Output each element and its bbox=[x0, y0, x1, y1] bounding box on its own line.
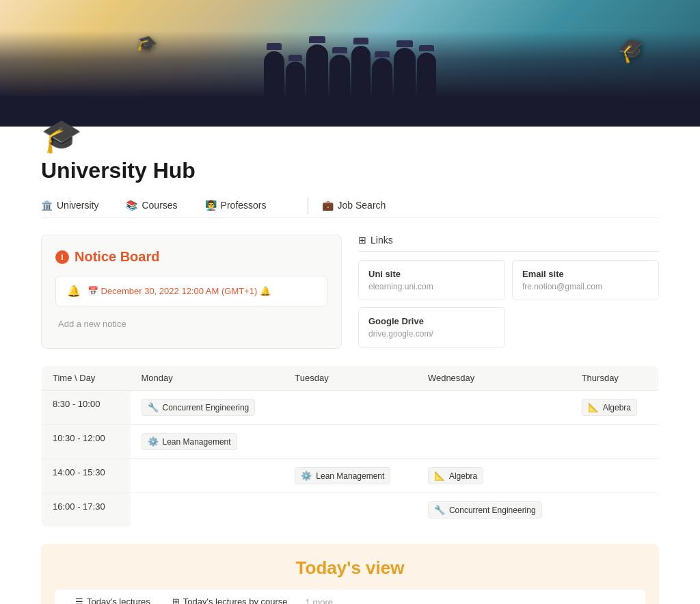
course-lean-mon[interactable]: ⚙️ Lean Management bbox=[142, 433, 237, 450]
university-icon: 🏛️ bbox=[41, 200, 53, 211]
nav-tabs: 🏛️ University 📚 Courses 👨‍🏫 Professors 💼… bbox=[41, 194, 659, 218]
tab-job-search[interactable]: 💼 Job Search bbox=[322, 194, 400, 218]
schedule-header-wednesday: Wednesday bbox=[417, 366, 571, 391]
course-concurrent-wed[interactable]: 🔧 Concurrent Engineering bbox=[428, 501, 542, 518]
links-grid: Uni site elearning.uni.com Email site fr… bbox=[358, 260, 659, 347]
link-card-email-site[interactable]: Email site fre.notion@gmail.com bbox=[512, 260, 659, 300]
nav-divider bbox=[308, 198, 308, 214]
monday-1600 bbox=[131, 493, 284, 527]
notice-add-placeholder[interactable]: Add a new notice bbox=[55, 313, 327, 334]
algebra-icon-wed: 📐 bbox=[434, 471, 445, 481]
schedule-row-3: 14:00 - 15:30 ⚙️ Lean Management 📐 Algeb… bbox=[42, 459, 659, 493]
lectures-list-icon: ☰ bbox=[75, 596, 83, 604]
schedule-header-tuesday: Tuesday bbox=[284, 366, 417, 391]
tab-more[interactable]: 1 more... bbox=[300, 590, 346, 604]
tab-courses[interactable]: 📚 Courses bbox=[126, 194, 191, 218]
links-grid-icon: ⊞ bbox=[358, 235, 366, 246]
tuesday-1600 bbox=[284, 493, 417, 527]
tuesday-1030 bbox=[284, 425, 417, 459]
wednesday-1600: 🔧 Concurrent Engineering bbox=[417, 493, 571, 527]
tuesday-1400: ⚙️ Lean Management bbox=[284, 459, 417, 493]
tab-todays-lectures[interactable]: ☰ Today's lectures bbox=[66, 590, 160, 604]
page-title: University Hub bbox=[41, 158, 659, 183]
course-lean-tue[interactable]: ⚙️ Lean Management bbox=[295, 467, 390, 484]
links-section: ⊞ Links Uni site elearning.uni.com Email… bbox=[358, 235, 659, 349]
course-algebra-thu[interactable]: 📐 Algebra bbox=[582, 399, 637, 416]
wednesday-830 bbox=[417, 391, 571, 425]
links-section-title: ⊞ Links bbox=[358, 235, 659, 252]
time-1400: 14:00 - 15:30 bbox=[42, 459, 131, 493]
monday-1400 bbox=[131, 459, 284, 493]
thursday-1030 bbox=[571, 425, 659, 459]
today-view-section: Today's view ☰ Today's lectures ⊞ Today'… bbox=[41, 544, 659, 604]
monday-830: 🔧 Concurrent Engineering bbox=[131, 391, 284, 425]
time-1030: 10:30 - 12:00 bbox=[42, 425, 131, 459]
professors-icon: 👨‍🏫 bbox=[205, 200, 217, 211]
thursday-830: 📐 Algebra bbox=[571, 391, 659, 425]
wednesday-1400: 📐 Algebra bbox=[417, 459, 571, 493]
algebra-icon-thu: 📐 bbox=[588, 402, 599, 412]
wednesday-1030 bbox=[417, 425, 571, 459]
link-card-google-drive[interactable]: Google Drive drive.google.com/ bbox=[358, 307, 505, 347]
schedule-row-2: 10:30 - 12:00 ⚙️ Lean Management bbox=[42, 425, 659, 459]
course-concurrent-mon[interactable]: 🔧 Concurrent Engineering bbox=[142, 399, 256, 416]
schedule-header-monday: Monday bbox=[131, 366, 284, 391]
lean-icon-tue: ⚙️ bbox=[301, 471, 312, 481]
lectures-grid-icon: ⊞ bbox=[172, 596, 180, 604]
concurrent-icon-wed: 🔧 bbox=[434, 505, 445, 515]
concurrent-icon: 🔧 bbox=[148, 402, 159, 412]
time-830: 8:30 - 10:00 bbox=[42, 391, 131, 425]
notice-board-title: i Notice Board bbox=[55, 249, 327, 265]
hero-banner: 🎓 🎓 bbox=[0, 0, 700, 127]
tab-professors[interactable]: 👨‍🏫 Professors bbox=[205, 194, 280, 218]
time-1600: 16:00 - 17:30 bbox=[42, 493, 131, 527]
thursday-1400 bbox=[571, 459, 659, 493]
schedule-row-4: 16:00 - 17:30 🔧 Concurrent Engineering bbox=[42, 493, 659, 527]
notice-item[interactable]: 🔔 📅 December 30, 2022 12:00 AM (GMT+1) 🔔 bbox=[55, 276, 327, 306]
job-search-icon: 💼 bbox=[322, 200, 334, 211]
today-view-title: Today's view bbox=[55, 557, 645, 579]
tuesday-830 bbox=[284, 391, 417, 425]
courses-icon: 📚 bbox=[126, 200, 137, 211]
today-view-tabs: ☰ Today's lectures ⊞ Today's lectures by… bbox=[55, 590, 645, 604]
tab-university[interactable]: 🏛️ University bbox=[41, 194, 112, 218]
schedule-header-thursday: Thursday bbox=[571, 366, 659, 391]
page-icon: 🎓 bbox=[0, 120, 700, 153]
monday-1030: ⚙️ Lean Management bbox=[131, 425, 284, 459]
thursday-1600 bbox=[571, 493, 659, 527]
notice-info-icon: i bbox=[55, 250, 69, 264]
lean-icon-mon: ⚙️ bbox=[148, 436, 159, 447]
notice-bell-icon: 🔔 bbox=[67, 285, 81, 298]
tab-lectures-by-course[interactable]: ⊞ Today's lectures by course bbox=[163, 590, 297, 604]
notice-board: i Notice Board 🔔 📅 December 30, 2022 12:… bbox=[41, 235, 342, 349]
schedule-header-time: Time \ Day bbox=[42, 366, 131, 391]
link-card-uni-site[interactable]: Uni site elearning.uni.com bbox=[358, 260, 505, 300]
course-algebra-wed[interactable]: 📐 Algebra bbox=[428, 467, 483, 484]
schedule-row-1: 8:30 - 10:00 🔧 Concurrent Engineering 📐 … bbox=[42, 391, 659, 425]
schedule-table: Time \ Day Monday Tuesday Wednesday Thur… bbox=[41, 365, 659, 527]
